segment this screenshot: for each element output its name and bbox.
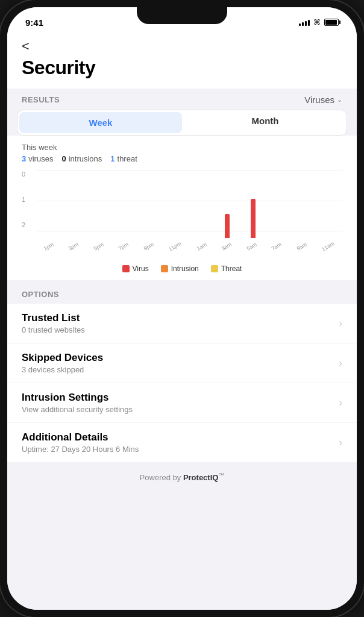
results-header: RESULTS Viruses ⌄ (7, 89, 357, 110)
chart-section: This week 3 viruses 0 intrusions 1 threa… (7, 136, 357, 260)
x-label-5pm: 5pm (93, 241, 105, 251)
intrusion-settings-subtitle: View additional security settings (22, 405, 133, 414)
legend-intrusion-label: Intrusion (171, 265, 199, 273)
options-label: OPTIONS (22, 290, 59, 299)
tab-week[interactable]: Week (19, 112, 182, 133)
threat-color-dot (211, 265, 218, 272)
additional-details-subtitle: Uptime: 27 Days 20 Hours 6 Mins (22, 445, 139, 454)
bar-5am (251, 199, 256, 238)
status-time: 9:41 (25, 17, 43, 28)
intrusion-color-dot (161, 265, 168, 272)
skipped-devices-title: Skipped Devices (22, 352, 103, 364)
wifi-icon: ⌘ (313, 18, 321, 27)
filter-dropdown[interactable]: Viruses ⌄ (304, 95, 342, 105)
footer-trademark: ™ (218, 472, 224, 478)
chevron-right-icon: › (339, 396, 342, 409)
x-label-11pm: 11pm (168, 240, 182, 252)
trusted-list-title: Trusted List (22, 312, 85, 324)
option-skipped-devices[interactable]: Skipped Devices 3 devices skipped › (7, 343, 357, 383)
tab-month-label: Month (252, 116, 279, 126)
tab-week-label: Week (89, 117, 113, 128)
threat-label: threat (118, 154, 137, 163)
y-label-1: 1 (22, 196, 25, 203)
notch (137, 7, 227, 24)
phone-screen: 9:41 ⌘ < Security (7, 7, 357, 610)
chevron-right-icon: › (339, 317, 342, 330)
battery-icon (324, 19, 339, 26)
x-label-9am: 9am (296, 241, 308, 251)
legend-threat-label: Threat (221, 265, 242, 273)
stat-viruses: 3 viruses (22, 154, 53, 163)
x-label-1am: 1am (196, 241, 208, 251)
footer: Powered by ProtectIQ™ (7, 462, 357, 494)
legend-intrusion: Intrusion (161, 265, 199, 273)
x-label-11am: 11am (321, 240, 335, 252)
x-label-3am: 3am (221, 241, 233, 251)
skipped-devices-subtitle: 3 devices skipped (22, 365, 103, 374)
y-axis: 2 1 0 (22, 171, 25, 231)
legend-threat: Threat (211, 265, 242, 273)
page-title: Security (22, 57, 342, 79)
threat-count: 1 (110, 154, 115, 163)
options-list: Trusted List 0 trusted websites › Skippe… (7, 304, 357, 462)
this-week-label: This week (22, 143, 342, 152)
stat-intrusions: 0 intrusions (61, 154, 102, 163)
option-additional-content: Additional Details Uptime: 27 Days 20 Ho… (22, 431, 139, 454)
chevron-right-icon: › (339, 357, 342, 369)
x-label-7pm: 7pm (118, 241, 130, 251)
screen-content: < Security RESULTS Viruses ⌄ Week Mo (7, 34, 357, 610)
options-header: OPTIONS (7, 280, 357, 304)
option-intrusion-content: Intrusion Settings View additional secur… (22, 392, 133, 414)
bar-chart: 2 1 0 (22, 171, 342, 255)
option-trusted-list[interactable]: Trusted List 0 trusted websites › (7, 304, 357, 343)
y-label-2: 2 (22, 221, 25, 228)
footer-brand: ProtectIQ (183, 473, 219, 482)
footer-prefix: Powered by (140, 473, 183, 482)
bars-area (36, 178, 342, 238)
y-label-0: 0 (22, 171, 25, 178)
option-trusted-content: Trusted List 0 trusted websites (22, 312, 85, 334)
x-label-5am: 5am (246, 241, 258, 251)
stats-row: 3 viruses 0 intrusions 1 threat (22, 154, 342, 163)
bar-3am (225, 214, 230, 238)
additional-details-title: Additional Details (22, 431, 139, 443)
filter-value: Viruses (304, 95, 334, 105)
option-additional-details[interactable]: Additional Details Uptime: 27 Days 20 Ho… (7, 423, 357, 462)
status-icons: ⌘ (299, 18, 339, 27)
stat-threats: 1 threat (110, 154, 137, 163)
virus-label: viruses (28, 154, 53, 163)
tab-month[interactable]: Month (184, 110, 347, 135)
back-button[interactable]: < (22, 39, 30, 54)
virus-color-dot (122, 265, 130, 272)
intrusion-label: intrusions (69, 154, 102, 163)
header-section: < Security (7, 34, 357, 89)
x-label-7am: 7am (271, 241, 283, 251)
x-label-3pm: 3pm (67, 241, 80, 251)
x-label-9pm: 9pm (143, 241, 155, 251)
legend-virus-label: Virus (133, 265, 149, 273)
x-label-1pm: 1pm (43, 241, 55, 251)
tabs-container: Week Month (17, 110, 347, 136)
intrusion-settings-title: Intrusion Settings (22, 392, 133, 404)
signal-icon (299, 19, 310, 26)
phone-frame: 9:41 ⌘ < Security (0, 0, 364, 617)
trusted-list-subtitle: 0 trusted websites (22, 325, 85, 334)
legend-virus: Virus (122, 265, 149, 273)
intrusion-count: 0 (61, 154, 66, 163)
option-skipped-content: Skipped Devices 3 devices skipped (22, 352, 103, 374)
chart-legend: Virus Intrusion Threat (7, 260, 357, 280)
x-axis: 1pm 3pm 5pm 7pm 9pm 11pm 1am 3am 5am 7am… (36, 238, 342, 255)
option-intrusion-settings[interactable]: Intrusion Settings View additional secur… (7, 383, 357, 423)
results-label: RESULTS (22, 95, 60, 104)
virus-count: 3 (22, 154, 26, 163)
chevron-right-icon: › (339, 436, 342, 449)
chevron-down-icon: ⌄ (337, 96, 342, 104)
